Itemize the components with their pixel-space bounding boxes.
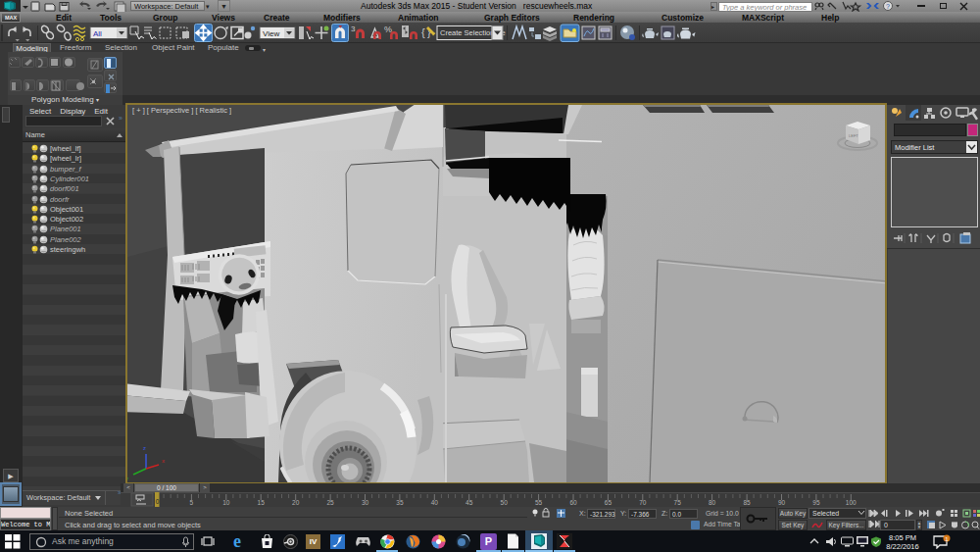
svg-text:90: 90 — [778, 499, 786, 506]
svg-text:25: 25 — [326, 499, 334, 506]
svg-text:LEFT: LEFT — [849, 133, 858, 138]
svg-text:55: 55 — [535, 499, 543, 506]
svg-text:95: 95 — [812, 499, 820, 506]
svg-text:20: 20 — [292, 499, 300, 506]
svg-text:75: 75 — [674, 499, 682, 506]
svg-text:35: 35 — [396, 499, 404, 506]
svg-text:60: 60 — [569, 499, 577, 506]
svg-text:45: 45 — [466, 499, 473, 506]
svg-text:10: 10 — [222, 499, 230, 506]
svg-text:z: z — [143, 445, 146, 451]
svg-text:30: 30 — [362, 499, 369, 506]
svg-text:5: 5 — [190, 499, 194, 506]
svg-text:x: x — [162, 458, 165, 464]
svg-text:70: 70 — [639, 499, 647, 506]
svg-text:[ + ] [ Perspective ] [ Realis: [ + ] [ Perspective ] [ Realistic ] — [132, 106, 231, 115]
svg-text:80: 80 — [709, 499, 716, 506]
svg-text:100: 100 — [846, 499, 857, 506]
svg-text:65: 65 — [605, 499, 612, 506]
svg-text:40: 40 — [431, 499, 439, 506]
svg-text:{: { — [421, 26, 425, 38]
svg-text:15: 15 — [258, 499, 266, 506]
svg-text:?: ? — [886, 3, 890, 10]
svg-text:85: 85 — [743, 499, 751, 506]
svg-text:3: 3 — [351, 25, 356, 33]
svg-text:All: All — [93, 29, 102, 38]
svg-text:50: 50 — [501, 499, 509, 506]
svg-text:%: % — [384, 25, 392, 34]
svg-text:0: 0 — [156, 498, 160, 505]
svg-text:View: View — [263, 29, 279, 38]
svg-text:y: y — [127, 476, 128, 481]
